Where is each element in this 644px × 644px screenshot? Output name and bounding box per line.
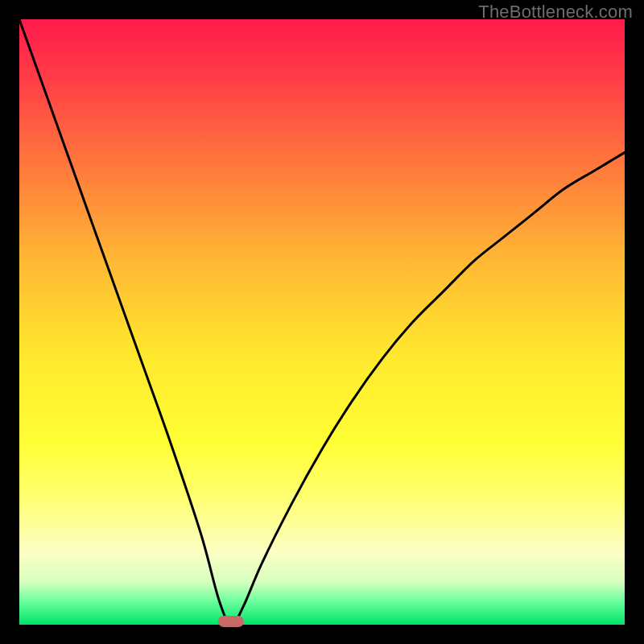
bottleneck-curve [19, 19, 625, 625]
optimal-point-marker [218, 616, 244, 627]
watermark-text: TheBottleneck.com [478, 2, 633, 23]
chart-plot-area [19, 19, 625, 625]
